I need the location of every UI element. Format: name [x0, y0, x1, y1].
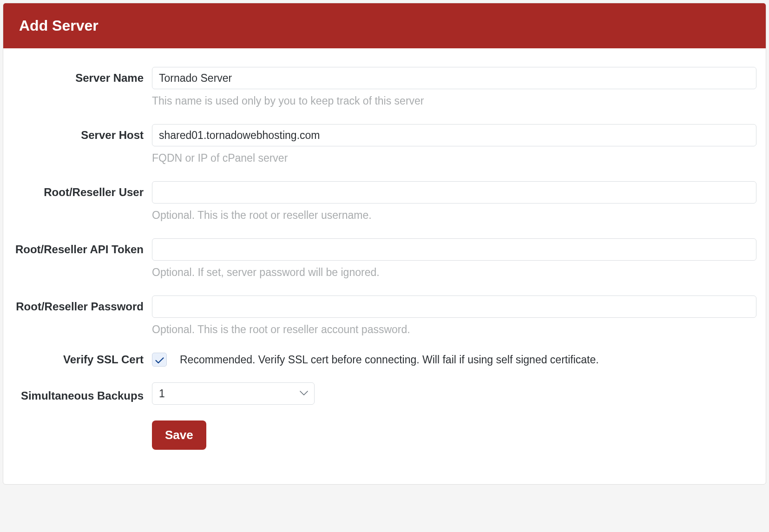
help-password: Optional. This is the root or reseller a… [152, 322, 756, 337]
help-server-host: FQDN or IP of cPanel server [152, 151, 756, 165]
label-server-name: Server Name [13, 67, 152, 85]
row-password: Root/Reseller Password Optional. This is… [13, 296, 756, 337]
input-server-name[interactable] [152, 67, 756, 89]
input-root-user[interactable] [152, 181, 756, 204]
add-server-panel: Add Server Server Name This name is used… [3, 3, 766, 485]
panel-header: Add Server [3, 3, 766, 48]
row-verify-ssl: Verify SSL Cert Recommended. Verify SSL … [13, 353, 756, 367]
input-password[interactable] [152, 296, 756, 318]
row-save: Save [13, 420, 756, 450]
verify-ssl-description: Recommended. Verify SSL cert before conn… [180, 354, 599, 366]
help-root-user: Optional. This is the root or reseller u… [152, 208, 756, 223]
label-password: Root/Reseller Password [13, 296, 152, 313]
panel-body: Server Name This name is used only by yo… [3, 48, 766, 484]
checkbox-verify-ssl[interactable] [152, 353, 167, 367]
help-api-token: Optional. If set, server password will b… [152, 265, 756, 280]
row-api-token: Root/Reseller API Token Optional. If set… [13, 238, 756, 280]
help-server-name: This name is used only by you to keep tr… [152, 94, 756, 108]
label-api-token: Root/Reseller API Token [13, 238, 152, 256]
row-simultaneous: Simultaneous Backups 1 [13, 382, 756, 405]
label-verify-ssl: Verify SSL Cert [13, 353, 152, 366]
select-simultaneous[interactable]: 1 [152, 382, 315, 405]
save-button[interactable]: Save [152, 420, 206, 450]
input-server-host[interactable] [152, 124, 756, 146]
label-server-host: Server Host [13, 124, 152, 142]
label-root-user: Root/Reseller User [13, 181, 152, 199]
label-simultaneous: Simultaneous Backups [13, 385, 152, 402]
row-root-user: Root/Reseller User Optional. This is the… [13, 181, 756, 223]
check-icon [155, 356, 164, 363]
input-api-token[interactable] [152, 238, 756, 261]
row-server-name: Server Name This name is used only by yo… [13, 67, 756, 108]
row-server-host: Server Host FQDN or IP of cPanel server [13, 124, 756, 165]
panel-title: Add Server [19, 17, 99, 34]
